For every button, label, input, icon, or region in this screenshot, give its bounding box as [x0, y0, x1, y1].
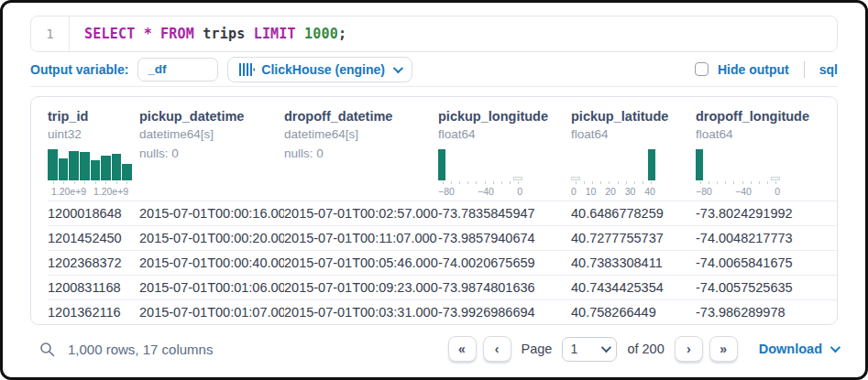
table-cell: 1201362116	[48, 305, 139, 320]
column-extra: −80−400	[438, 146, 562, 199]
tick-mark	[639, 181, 647, 185]
tick-mark	[497, 181, 505, 185]
tick-mark	[772, 181, 780, 185]
histogram-axis-labels: −80−400	[696, 186, 780, 197]
table-cell: 40.7434425354	[571, 280, 696, 295]
column-nulls: nulls: 0	[139, 147, 179, 160]
tick-mark	[122, 181, 133, 185]
line-number: 1	[31, 16, 70, 51]
histogram-bar	[48, 149, 58, 180]
language-tag[interactable]: sql	[819, 62, 838, 77]
sql-code[interactable]: SELECT * FROM trips LIMIT 1000;	[70, 16, 346, 51]
tick-mark	[730, 181, 738, 185]
tick-mark	[571, 181, 579, 185]
sql-token	[135, 26, 143, 42]
tick-mark	[101, 181, 112, 185]
last-page-button[interactable]: »	[709, 336, 738, 362]
column-extra: nulls: 0	[284, 146, 429, 199]
histogram-bars	[696, 149, 780, 180]
toolbar-divider	[804, 61, 805, 78]
column-extra: 010203040	[571, 146, 687, 199]
table-cell: 2015-07-01T00:05:46.000	[284, 255, 438, 270]
hide-output-checkbox[interactable]	[695, 62, 709, 76]
histogram-bars	[571, 149, 655, 180]
column-header-pickup_longitude: pickup_longitudefloat64−80−400	[438, 108, 571, 199]
output-variable-input[interactable]	[137, 58, 218, 81]
column-header-trip_id: trip_iduint321.20e+91.20e+9	[48, 108, 139, 199]
tick-mark	[111, 181, 122, 185]
histogram-bar	[571, 177, 580, 180]
table-cell: 2015-07-01T00:00:20.000	[139, 231, 284, 245]
table-cell: 2015-07-01T00:02:57.000	[284, 206, 438, 221]
table-cell: 2015-07-01T00:03:31.000	[284, 305, 438, 320]
table-cell: -73.7835845947	[438, 206, 571, 221]
sql-token: FROM	[160, 26, 194, 42]
histogram-bar	[122, 164, 132, 180]
histogram-ticks	[48, 181, 132, 185]
histogram-ticks	[438, 181, 522, 185]
sql-token: LIMIT	[254, 26, 296, 42]
tick-mark	[630, 181, 638, 185]
tick-mark	[605, 181, 613, 185]
table-cell: 1200018648	[48, 206, 139, 221]
histogram-bars	[48, 149, 132, 180]
sql-token	[296, 26, 304, 42]
next-page-button[interactable]: ›	[675, 336, 703, 362]
table-cell: 1202368372	[48, 255, 139, 270]
table-cell: 1200831168	[48, 280, 139, 295]
sql-token: SELECT	[84, 26, 135, 42]
results-table-card: trip_iduint321.20e+91.20e+9pickup_dateti…	[30, 96, 838, 325]
table-row: 12008311682015-07-01T00:01:06.0002015-07…	[48, 275, 837, 299]
prev-page-button[interactable]: ‹	[483, 336, 511, 362]
column-header-dropoff_datetime: dropoff_datetimedatetime64[s]nulls: 0	[284, 108, 438, 199]
hide-output-label[interactable]: Hide output	[718, 62, 789, 77]
tick-mark	[455, 181, 463, 185]
table-cell: 2015-07-01T00:11:07.000	[284, 231, 438, 245]
page-select[interactable]: 1	[562, 337, 617, 362]
tick-mark	[80, 181, 91, 185]
column-histogram: 1.20e+91.20e+9	[48, 149, 132, 197]
tick-mark	[621, 181, 630, 185]
column-histogram: −80−400	[438, 149, 522, 197]
axis-tick-label: 0	[775, 186, 780, 197]
table-cell: -73.9926986694	[438, 305, 571, 320]
download-dropdown[interactable]: Download	[759, 342, 838, 356]
histogram-axis-labels: −80−400	[438, 186, 522, 197]
pagination: « ‹ Page 1 of 200 › » Download	[448, 336, 838, 362]
sql-editor[interactable]: 1 SELECT * FROM trips LIMIT 1000;	[30, 16, 838, 52]
first-page-button[interactable]: «	[448, 336, 477, 362]
sql-token	[152, 26, 160, 42]
results-footer: 1,000 rows, 17 columns « ‹ Page 1 of 200…	[30, 336, 838, 362]
table-cell: 1201452450	[48, 231, 139, 245]
column-extra: nulls: 0	[139, 146, 275, 199]
histogram-bar	[513, 177, 522, 180]
tick-mark	[738, 181, 746, 185]
table-cell: 2015-07-01T00:00:40.000	[139, 255, 284, 270]
histogram-bar	[91, 160, 101, 180]
chevron-down-icon	[601, 342, 611, 353]
table-cell: -73.8024291992	[696, 206, 837, 221]
histogram-bar	[112, 154, 122, 180]
axis-tick-label: 20	[605, 186, 616, 197]
column-extra: 1.20e+91.20e+9	[48, 146, 130, 199]
axis-tick-label: −40	[735, 186, 752, 197]
tick-mark	[480, 181, 489, 185]
histogram-bar	[771, 177, 780, 180]
column-histogram: 010203040	[571, 149, 655, 197]
tick-mark	[69, 181, 80, 185]
column-name: dropoff_datetime	[284, 108, 429, 125]
axis-tick-label: 30	[625, 186, 636, 197]
histogram-ticks	[571, 181, 655, 185]
engine-selector-button[interactable]: ClickHouse (engine)	[227, 57, 412, 82]
column-name: pickup_longitude	[438, 108, 562, 125]
tick-mark	[48, 181, 59, 185]
table-body: 12000186482015-07-01T00:00:16.0002015-07…	[48, 201, 837, 324]
cell-toolbar: Output variable: ClickHouse (engine) Hi	[30, 52, 838, 87]
search-icon[interactable]	[39, 342, 55, 357]
page-select-value: 1	[570, 342, 577, 356]
histogram-bars	[438, 149, 522, 180]
table-cell: 40.7383308411	[571, 255, 696, 270]
axis-tick-label: 1.20e+9	[51, 186, 86, 197]
table-cell: 2015-07-01T00:01:06.000	[139, 280, 284, 295]
tick-mark	[764, 181, 772, 185]
